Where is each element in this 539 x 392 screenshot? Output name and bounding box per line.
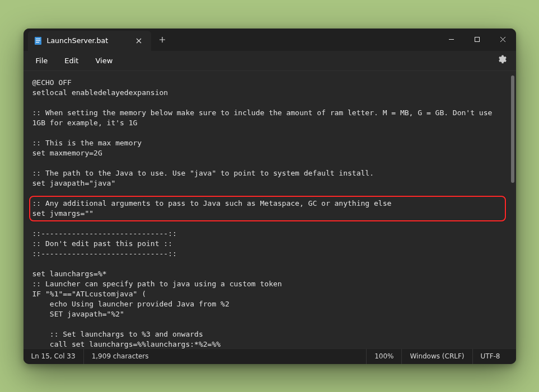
status-cursor[interactable]: Ln 15, Col 33 xyxy=(31,349,83,364)
close-window-button[interactable] xyxy=(490,29,516,51)
editor-line: set maxmemory=2G xyxy=(32,148,507,158)
vertical-scrollbar[interactable] xyxy=(511,75,514,344)
window-controls xyxy=(439,29,516,51)
svg-rect-2 xyxy=(36,40,40,41)
editor-line xyxy=(32,219,507,229)
editor-line: :: Any additional arguments to pass to J… xyxy=(32,199,507,209)
tab-title: LaunchServer.bat xyxy=(47,36,128,45)
editor-line xyxy=(32,128,507,138)
editor-line: echo Using launcher provided Java from %… xyxy=(32,299,507,309)
tab-launchserver[interactable]: LaunchServer.bat xyxy=(28,31,151,51)
maximize-button[interactable] xyxy=(465,29,490,51)
menu-file[interactable]: File xyxy=(29,54,55,68)
gear-icon xyxy=(498,55,507,66)
menubar: File Edit View xyxy=(24,51,516,71)
editor-line xyxy=(32,259,507,269)
statusbar: Ln 15, Col 33 1,909 characters 100% Wind… xyxy=(24,348,516,364)
editor-line: :: Launcher can specify path to java usi… xyxy=(32,279,507,289)
editor-area: @ECHO OFFsetlocal enabledelayedexpansion… xyxy=(24,71,516,348)
editor-line: SET javapath="%2" xyxy=(32,309,507,319)
minimize-button[interactable] xyxy=(439,29,465,51)
editor-line: :: When setting the memory below make su… xyxy=(32,108,507,128)
new-tab-button[interactable] xyxy=(153,31,171,49)
editor-line xyxy=(32,188,507,199)
menu-view[interactable]: View xyxy=(88,54,119,68)
status-zoom[interactable]: 100% xyxy=(366,349,401,364)
editor-line: set launchargs=%* xyxy=(32,269,507,279)
status-line-ending[interactable]: Windows (CRLF) xyxy=(401,349,472,364)
editor-line: set javapath="java" xyxy=(32,178,507,188)
svg-rect-4 xyxy=(475,37,480,42)
editor-line: ::-----------------------------:: xyxy=(32,249,507,259)
scrollbar-thumb[interactable] xyxy=(511,75,514,183)
editor-line: setlocal enabledelayedexpansion xyxy=(32,88,507,98)
editor-line: :: Set launchargs to %3 and onwards xyxy=(32,329,507,339)
editor-line: call set launchargs=%%launchargs:*%2=%% xyxy=(32,339,507,348)
status-char-count[interactable]: 1,909 characters xyxy=(83,349,157,364)
notepad-window: LaunchServer.bat File Edit View xyxy=(24,29,516,364)
tab-close-button[interactable] xyxy=(132,34,146,48)
notepad-file-icon xyxy=(34,36,43,45)
editor-line: :: The path to the Java to use. Use "jav… xyxy=(32,168,507,178)
editor-line: ::-----------------------------:: xyxy=(32,229,507,239)
editor-line: @ECHO OFF xyxy=(32,78,507,88)
editor-line xyxy=(32,98,507,108)
status-encoding[interactable]: UTF-8 xyxy=(472,349,508,364)
svg-rect-1 xyxy=(36,39,40,39)
editor-line xyxy=(32,319,507,329)
svg-rect-3 xyxy=(36,42,39,42)
editor-line xyxy=(32,158,507,168)
menu-edit[interactable]: Edit xyxy=(58,54,85,68)
editor-line: :: Don't edit past this point :: xyxy=(32,239,507,249)
text-editor[interactable]: @ECHO OFFsetlocal enabledelayedexpansion… xyxy=(24,71,516,348)
settings-button[interactable] xyxy=(494,52,510,69)
titlebar: LaunchServer.bat xyxy=(24,29,516,51)
editor-line: set jvmargs="" xyxy=(32,209,507,219)
editor-line: :: This is the max memory xyxy=(32,138,507,148)
editor-line: IF "%1"=="ATLcustomjava" ( xyxy=(32,289,507,299)
